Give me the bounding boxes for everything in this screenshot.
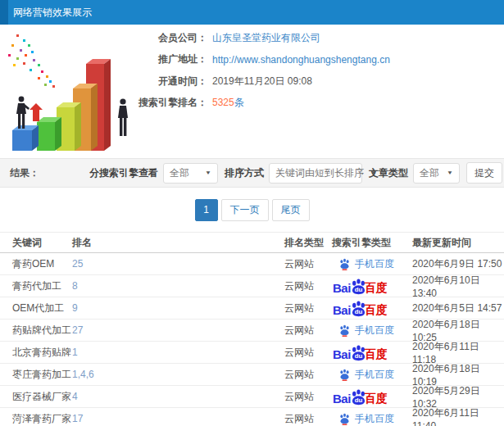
table-row: 膏药OEM 25 云网站 手机百度 2020年6月9日 17:50 bbox=[0, 253, 504, 275]
company-link[interactable]: 山东皇圣堂药业有限公司 bbox=[212, 31, 320, 45]
baidu-pc-link[interactable]: Bai du 百度 bbox=[333, 345, 388, 360]
mobile-baidu-link[interactable]: 手机百度 bbox=[338, 368, 394, 382]
chevron-down-icon: ▼ bbox=[370, 170, 377, 175]
header-bar: 网络营销效果展示 bbox=[0, 0, 504, 25]
keyword-cell: 北京膏药贴牌 bbox=[12, 346, 72, 360]
info-rows: 会员公司： 山东皇圣堂药业有限公司 推广地址： http://www.shand… bbox=[0, 27, 504, 114]
baidu-pc-link[interactable]: Bai du 百度 bbox=[333, 389, 388, 405]
rank-link[interactable]: 1 bbox=[72, 347, 78, 358]
baidu-pc-link[interactable]: Bai du 百度 bbox=[333, 279, 388, 294]
baidu-brand-text: 百度 bbox=[365, 348, 388, 360]
baidu-bai-text: Bai bbox=[333, 304, 351, 316]
info-row-rank-count: 搜索引擎排名： 5325条 bbox=[0, 93, 504, 115]
info-section: 会员公司： 山东皇圣堂药业有限公司 推广地址： http://www.shand… bbox=[0, 25, 504, 158]
page-button-current[interactable]: 1 bbox=[195, 199, 218, 221]
mobile-baidu-label: 手机百度 bbox=[355, 324, 394, 338]
rank-type-cell: 云网站 bbox=[284, 324, 332, 338]
mobile-baidu-link[interactable]: 手机百度 bbox=[338, 257, 394, 271]
rank-count-suffix: 条 bbox=[234, 97, 244, 108]
updated-cell: 2020年6月11日 11:40 bbox=[412, 406, 504, 426]
rank-link[interactable]: 17 bbox=[72, 413, 83, 424]
mobile-baidu-link[interactable]: 手机百度 bbox=[338, 324, 394, 338]
open-time-value: 2019年11月20日 09:08 bbox=[212, 75, 312, 88]
svg-text:du: du bbox=[355, 397, 363, 404]
info-row-open-time: 开通时间： 2019年11月20日 09:08 bbox=[0, 70, 504, 93]
article-type-select-value: 全部 bbox=[420, 166, 439, 180]
keyword-cell: 枣庄膏药加工 bbox=[12, 368, 72, 382]
keyword-cell: 膏药代加工 bbox=[12, 279, 72, 293]
svg-text:du: du bbox=[355, 308, 363, 315]
filter-controls: 分搜索引擎查看 全部 ▼ 排序方式 关键词由短到长排序 ▼ 文章类型 全部 ▼ … bbox=[83, 162, 502, 184]
keyword-cell: 医疗器械厂家 bbox=[12, 390, 72, 404]
rank-link[interactable]: 1,4,6 bbox=[72, 369, 94, 380]
table-body: 膏药OEM 25 云网站 手机百度 2020年6月9日 17:50 膏 bbox=[0, 253, 504, 426]
rank-type-cell: 云网站 bbox=[284, 412, 332, 426]
chevron-down-icon: ▼ bbox=[447, 170, 453, 175]
mobile-baidu-paw-icon bbox=[338, 369, 351, 381]
baidu-brand-text: 百度 bbox=[365, 282, 388, 294]
header-rank: 排名 bbox=[72, 236, 284, 250]
rank-link[interactable]: 8 bbox=[72, 280, 78, 292]
sort-select[interactable]: 关键词由短到长排序 ▼ bbox=[269, 163, 362, 184]
rank-link[interactable]: 27 bbox=[72, 324, 83, 336]
article-type-select[interactable]: 全部 ▼ bbox=[413, 163, 460, 184]
rank-type-cell: 云网站 bbox=[284, 301, 332, 315]
info-row-company: 会员公司： 山东皇圣堂药业有限公司 bbox=[0, 27, 504, 49]
header-updated: 最新更新时间 bbox=[412, 236, 504, 250]
rank-type-cell: 云网站 bbox=[284, 279, 332, 293]
rank-link[interactable]: 4 bbox=[72, 391, 78, 402]
info-row-url: 推广地址： http://www.shandonghuangshengtang.… bbox=[0, 49, 504, 71]
baidu-bai-text: Bai bbox=[333, 392, 351, 405]
engine-select-value: 全部 bbox=[170, 166, 189, 180]
table-row: OEM代加工 9 云网站 Bai du 百度 2020年6月5日 14:57 bbox=[0, 297, 504, 320]
mobile-baidu-link[interactable]: 手机百度 bbox=[338, 412, 394, 426]
submit-button[interactable]: 提交 bbox=[466, 162, 502, 184]
keyword-cell: 膏药OEM bbox=[12, 257, 72, 271]
promo-url-link[interactable]: http://www.shandonghuangshengtang.cn bbox=[212, 54, 390, 66]
company-label: 会员公司： bbox=[0, 31, 207, 45]
table-row: 北京膏药贴牌 1 云网站 Bai du 百度 2020年6月11日 11:18 bbox=[0, 342, 504, 364]
mobile-baidu-paw-icon bbox=[338, 324, 351, 337]
pagination: 1 下一页 尾页 bbox=[0, 188, 504, 232]
mobile-baidu-paw-icon bbox=[338, 258, 351, 270]
engine-cell: Bai du 百度 bbox=[332, 389, 412, 405]
next-page-button[interactable]: 下一页 bbox=[221, 199, 269, 221]
updated-cell: 2020年6月9日 17:50 bbox=[412, 257, 504, 271]
promo-url-label: 推广地址： bbox=[0, 52, 207, 66]
rank-type-cell: 云网站 bbox=[284, 257, 332, 271]
header-keyword: 关键词 bbox=[12, 236, 72, 250]
mobile-baidu-label: 手机百度 bbox=[355, 412, 394, 426]
rank-link[interactable]: 25 bbox=[72, 258, 83, 270]
chevron-down-icon: ▼ bbox=[205, 170, 211, 175]
table-row: 菏泽膏药厂家 17 云网站 手机百度 2020年6月11日 11:40 bbox=[0, 408, 504, 426]
results-table: 关键词 排名 排名类型 搜索引擎类型 最新更新时间 膏药OEM 25 云网站 bbox=[0, 232, 504, 426]
rank-type-cell: 云网站 bbox=[284, 368, 332, 382]
table-row: 药贴牌代加工 27 云网站 手机百度 2020年6月18日 10:25 bbox=[0, 320, 504, 342]
engine-cell: 手机百度 bbox=[332, 368, 412, 382]
rank-type-cell: 云网站 bbox=[284, 346, 332, 360]
engine-cell: Bai du 百度 bbox=[332, 279, 412, 294]
open-time-label: 开通时间： bbox=[0, 75, 207, 88]
baidu-brand-text: 百度 bbox=[365, 392, 388, 405]
baidu-bai-text: Bai bbox=[333, 282, 351, 294]
table-header-row: 关键词 排名 排名类型 搜索引擎类型 最新更新时间 bbox=[0, 232, 504, 253]
svg-text:du: du bbox=[355, 286, 363, 293]
header-accent-strip bbox=[0, 0, 8, 25]
rank-link[interactable]: 9 bbox=[72, 302, 78, 314]
keyword-cell: 菏泽膏药厂家 bbox=[12, 412, 72, 426]
baidu-pc-link[interactable]: Bai du 百度 bbox=[333, 301, 388, 316]
mobile-baidu-label: 手机百度 bbox=[355, 257, 394, 271]
updated-cell: 2020年6月5日 14:57 bbox=[412, 301, 504, 315]
result-label: 结果： bbox=[10, 166, 39, 180]
last-page-button[interactable]: 尾页 bbox=[272, 199, 310, 221]
keyword-cell: 药贴牌代加工 bbox=[12, 324, 72, 338]
filter-bar: 结果： 分搜索引擎查看 全部 ▼ 排序方式 关键词由短到长排序 ▼ 文章类型 全… bbox=[0, 158, 504, 188]
sort-filter-label: 排序方式 bbox=[225, 166, 264, 180]
engine-cell: 手机百度 bbox=[332, 257, 412, 271]
rank-type-cell: 云网站 bbox=[284, 390, 332, 404]
page: 网络营销效果展示 bbox=[0, 0, 504, 426]
table-row: 膏药代加工 8 云网站 Bai du 百度 2020年6月10日 13:40 bbox=[0, 275, 504, 297]
rank-count-value: 5325条 bbox=[212, 96, 244, 110]
baidu-brand-text: 百度 bbox=[365, 304, 388, 316]
engine-select[interactable]: 全部 ▼ bbox=[163, 163, 218, 184]
